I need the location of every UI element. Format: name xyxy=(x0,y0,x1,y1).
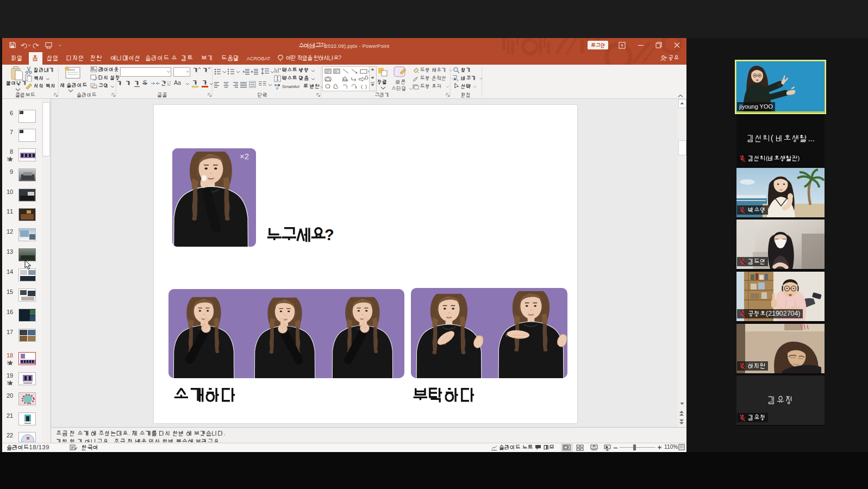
svg-text:.: . xyxy=(224,430,226,436)
svg-text:10: 10 xyxy=(7,189,13,195)
svg-text:.: . xyxy=(128,430,130,436)
svg-text:?: ? xyxy=(338,54,341,61)
svg-text:SmartArt: SmartArt xyxy=(282,84,300,89)
svg-text:(21902704): (21902704) xyxy=(766,310,801,317)
svg-text:15: 15 xyxy=(7,289,13,295)
svg-text:110%: 110% xyxy=(664,444,678,450)
svg-text:(: ( xyxy=(308,43,310,49)
svg-text:9: 9 xyxy=(10,168,13,175)
svg-text:14: 14 xyxy=(7,268,13,275)
svg-text:12: 12 xyxy=(7,228,13,235)
svg-text:8: 8 xyxy=(10,148,13,155)
svg-text:17: 17 xyxy=(7,329,13,335)
svg-text:S: S xyxy=(143,79,147,86)
svg-text:?: ? xyxy=(324,226,334,243)
svg-text:...: ... xyxy=(808,134,815,143)
svg-text:): ) xyxy=(798,155,800,161)
svg-text:.: . xyxy=(109,438,110,442)
svg-text:2022.09).pptx - PowerPoint: 2022.09).pptx - PowerPoint xyxy=(325,43,390,49)
svg-text:×2: ×2 xyxy=(240,152,249,161)
svg-text:20: 20 xyxy=(7,392,13,399)
svg-text:11: 11 xyxy=(7,208,13,215)
svg-text:18: 18 xyxy=(7,352,13,359)
svg-text:21: 21 xyxy=(7,412,13,419)
svg-text:16: 16 xyxy=(7,309,13,315)
svg-text:jiyoung YOO: jiyoung YOO xyxy=(739,103,773,110)
svg-text:ACROBAT: ACROBAT xyxy=(247,56,271,61)
svg-text:7: 7 xyxy=(10,129,13,135)
svg-text:18/139: 18/139 xyxy=(29,444,49,450)
svg-text:(: ( xyxy=(766,155,768,161)
svg-text:Aa: Aa xyxy=(174,80,181,86)
svg-text:22: 22 xyxy=(7,432,13,438)
svg-text:(: ( xyxy=(771,133,773,142)
svg-text:19: 19 xyxy=(7,372,13,379)
svg-text:13: 13 xyxy=(7,248,13,255)
svg-text:6: 6 xyxy=(10,110,13,116)
